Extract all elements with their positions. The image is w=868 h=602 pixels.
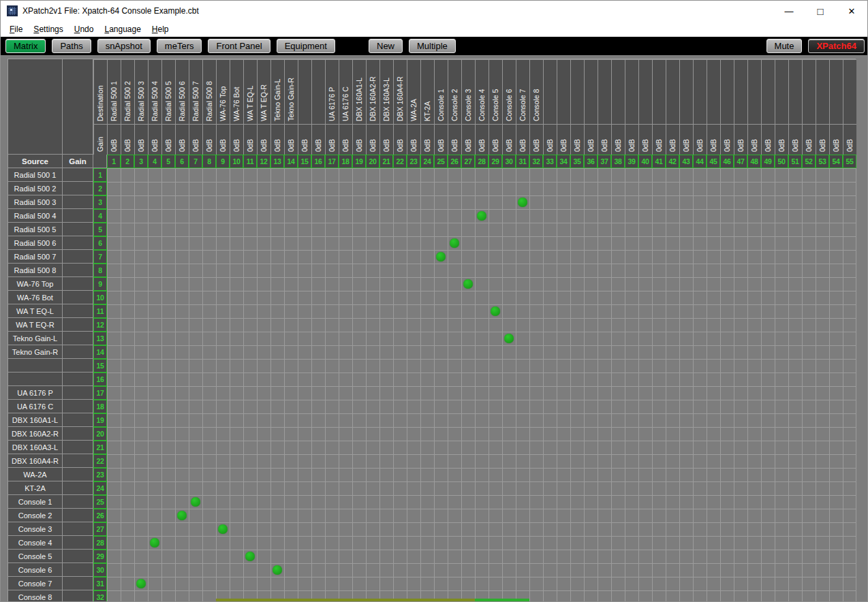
dest-label[interactable] <box>679 59 693 124</box>
source-gain-cell[interactable] <box>63 209 93 223</box>
row-number[interactable]: 25 <box>93 495 107 509</box>
col-number[interactable]: 9 <box>216 155 230 168</box>
dest-gain[interactable]: 0dB <box>543 124 557 155</box>
dest-label[interactable] <box>843 59 856 124</box>
dest-label[interactable] <box>598 59 611 124</box>
col-number[interactable]: 32 <box>529 155 543 168</box>
dest-gain[interactable]: 0dB <box>761 124 775 155</box>
col-number[interactable]: 51 <box>788 155 802 168</box>
source-label[interactable]: Console 6 <box>8 563 63 577</box>
source-gain-cell[interactable] <box>63 304 93 318</box>
col-number[interactable]: 17 <box>325 155 339 168</box>
patch-dot[interactable] <box>273 565 282 575</box>
toolbar-button-equipment[interactable]: Equipment <box>277 39 335 53</box>
col-number[interactable]: 38 <box>611 155 625 168</box>
dest-gain[interactable]: 0dB <box>175 124 189 155</box>
source-label[interactable]: Console 1 <box>8 495 63 509</box>
source-gain-cell[interactable] <box>63 400 93 413</box>
dest-gain[interactable]: 0dB <box>802 124 816 155</box>
dest-label[interactable] <box>638 59 652 124</box>
col-number[interactable]: 25 <box>434 155 448 168</box>
dest-label[interactable]: Radial 500 8 <box>202 59 216 124</box>
dest-gain[interactable]: 0dB <box>788 124 802 155</box>
dest-label[interactable]: Radial 500 1 <box>107 59 121 124</box>
source-label[interactable]: Radial 500 3 <box>8 195 63 209</box>
dest-label[interactable]: Console 2 <box>448 59 461 124</box>
source-gain-cell[interactable] <box>63 590 93 601</box>
row-number[interactable]: 8 <box>93 264 107 277</box>
dest-gain[interactable]: 0dB <box>693 124 707 155</box>
dest-gain[interactable]: 0dB <box>216 124 230 155</box>
row-number[interactable]: 3 <box>93 195 107 209</box>
dest-label[interactable]: DBX 160A2-R <box>366 59 379 124</box>
source-gain-cell[interactable] <box>63 563 93 577</box>
dest-gain[interactable]: 0dB <box>339 124 352 155</box>
patch-dot[interactable] <box>245 552 255 561</box>
dest-gain[interactable]: 0dB <box>189 124 202 155</box>
source-label[interactable]: Radial 500 8 <box>8 264 63 277</box>
dest-label[interactable]: Radial 500 6 <box>175 59 189 124</box>
dest-label[interactable] <box>543 59 557 124</box>
dest-label[interactable]: Radial 500 3 <box>134 59 148 124</box>
dest-gain[interactable]: 0dB <box>598 124 611 155</box>
dest-gain[interactable]: 0dB <box>298 124 311 155</box>
col-number[interactable]: 34 <box>557 155 570 168</box>
col-number[interactable]: 3 <box>134 155 148 168</box>
source-gain-cell[interactable] <box>63 495 93 509</box>
source-label[interactable]: Radial 500 4 <box>8 209 63 223</box>
row-number[interactable]: 17 <box>93 386 107 400</box>
dest-label[interactable] <box>720 59 734 124</box>
col-number[interactable]: 6 <box>175 155 189 168</box>
dest-gain[interactable]: 0dB <box>829 124 843 155</box>
col-number[interactable]: 45 <box>707 155 720 168</box>
dest-label[interactable]: Console 7 <box>516 59 529 124</box>
dest-label[interactable]: WA T EQ-L <box>243 59 257 124</box>
col-number[interactable]: 52 <box>802 155 816 168</box>
source-label[interactable] <box>8 359 63 373</box>
dest-gain[interactable]: 0dB <box>448 124 461 155</box>
dest-label[interactable] <box>666 59 679 124</box>
source-label[interactable]: DBX 160A1-L <box>8 413 63 427</box>
dest-gain[interactable]: 0dB <box>611 124 625 155</box>
row-number[interactable]: 4 <box>93 209 107 223</box>
dest-gain[interactable]: 0dB <box>325 124 339 155</box>
source-gain-cell[interactable] <box>63 522 93 536</box>
dest-label[interactable] <box>652 59 666 124</box>
dest-label[interactable] <box>761 59 775 124</box>
dest-gain[interactable]: 0dB <box>625 124 638 155</box>
dest-label[interactable]: Radial 500 5 <box>161 59 175 124</box>
dest-label[interactable] <box>693 59 707 124</box>
dest-label[interactable] <box>570 59 584 124</box>
source-label[interactable]: Tekno Gain-R <box>8 345 63 359</box>
source-label[interactable]: UA 6176 C <box>8 400 63 413</box>
col-number[interactable]: 8 <box>202 155 216 168</box>
dest-gain[interactable]: 0dB <box>243 124 257 155</box>
dest-label[interactable]: Console 5 <box>489 59 502 124</box>
source-label[interactable]: Radial 500 1 <box>8 168 63 182</box>
row-number[interactable]: 1 <box>93 168 107 182</box>
dest-gain[interactable]: 0dB <box>775 124 788 155</box>
dest-gain[interactable]: 0dB <box>734 124 747 155</box>
col-number[interactable]: 26 <box>448 155 461 168</box>
source-gain-cell[interactable] <box>63 373 93 386</box>
dest-label[interactable]: WA-2A <box>407 59 420 124</box>
toolbar-button-new[interactable]: New <box>369 39 403 53</box>
source-gain-cell[interactable] <box>63 427 93 441</box>
dest-label[interactable]: Tekno Gain-L <box>270 59 284 124</box>
dest-gain[interactable]: 0dB <box>148 124 161 155</box>
dest-gain[interactable]: 0dB <box>107 124 121 155</box>
col-number[interactable]: 39 <box>625 155 638 168</box>
col-number[interactable]: 7 <box>189 155 202 168</box>
row-number[interactable]: 13 <box>93 332 107 345</box>
dest-label[interactable]: Console 8 <box>529 59 543 124</box>
menu-help[interactable]: Help <box>146 22 174 36</box>
toolbar-button-xpatch64[interactable]: XPatch64 <box>808 39 865 53</box>
col-number[interactable]: 5 <box>161 155 175 168</box>
patch-dot[interactable] <box>477 211 486 221</box>
col-number[interactable]: 28 <box>475 155 489 168</box>
dest-gain[interactable]: 0dB <box>379 124 393 155</box>
col-number[interactable]: 4 <box>148 155 161 168</box>
patch-dot[interactable] <box>491 306 500 316</box>
source-gain-cell[interactable] <box>63 291 93 304</box>
dest-label[interactable]: WA-76 Top <box>216 59 230 124</box>
